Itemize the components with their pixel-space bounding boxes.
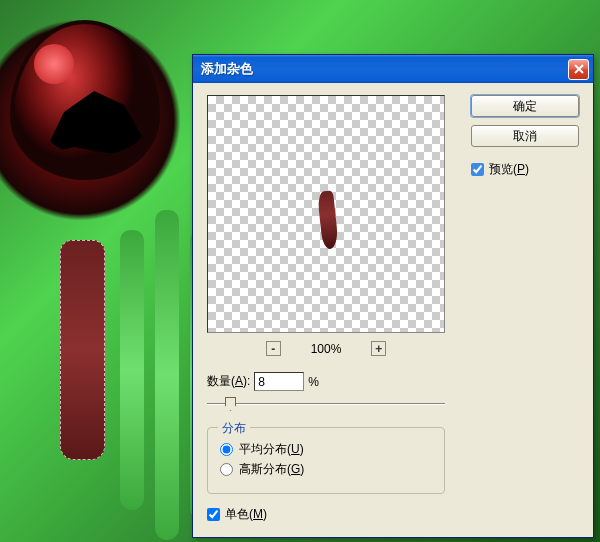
amount-slider[interactable] [207,395,445,413]
dialog-content: - 100% + 确定 取消 预览(P) 数量(A): % 分布 [193,83,593,537]
selection-drip[interactable] [60,240,105,460]
frog-eye-pupil [44,84,144,154]
monochrome-label: 单色(M) [225,506,267,523]
slider-thumb[interactable] [225,397,236,411]
uniform-radio-row[interactable]: 平均分布(U) [220,441,432,458]
distribution-fieldset: 分布 平均分布(U) 高斯分布(G) [207,427,445,494]
gaussian-radio-row[interactable]: 高斯分布(G) [220,461,432,478]
uniform-radio[interactable] [220,443,233,456]
minus-icon: - [271,342,275,356]
add-noise-dialog: 添加杂色 - 100% + 确定 取消 预览(P) [192,54,594,538]
preview-label: 预览(P) [489,161,529,178]
cancel-button[interactable]: 取消 [471,125,579,147]
plus-icon: + [375,342,382,356]
green-drip [120,230,144,510]
preview-checkbox-row[interactable]: 预览(P) [471,161,579,178]
zoom-controls: - 100% + [207,341,445,356]
monochrome-checkbox[interactable] [207,508,220,521]
green-drip [155,210,179,540]
amount-row: 数量(A): % [207,372,579,391]
close-button[interactable] [568,59,589,80]
preview-checkbox[interactable] [471,163,484,176]
zoom-out-button[interactable]: - [266,341,281,356]
zoom-in-button[interactable]: + [371,341,386,356]
amount-input[interactable] [254,372,304,391]
distribution-legend: 分布 [218,420,250,437]
slider-track [207,403,445,405]
gaussian-radio[interactable] [220,463,233,476]
titlebar[interactable]: 添加杂色 [193,55,593,83]
gaussian-label: 高斯分布(G) [239,461,304,478]
amount-unit: % [308,375,319,389]
zoom-level: 100% [311,342,342,356]
amount-label: 数量(A): [207,373,250,390]
preview-box[interactable] [207,95,445,333]
button-column: 确定 取消 预览(P) [471,95,579,178]
ok-button[interactable]: 确定 [471,95,579,117]
close-icon [574,64,584,74]
uniform-label: 平均分布(U) [239,441,304,458]
monochrome-row[interactable]: 单色(M) [207,506,579,523]
dialog-title: 添加杂色 [201,60,568,78]
